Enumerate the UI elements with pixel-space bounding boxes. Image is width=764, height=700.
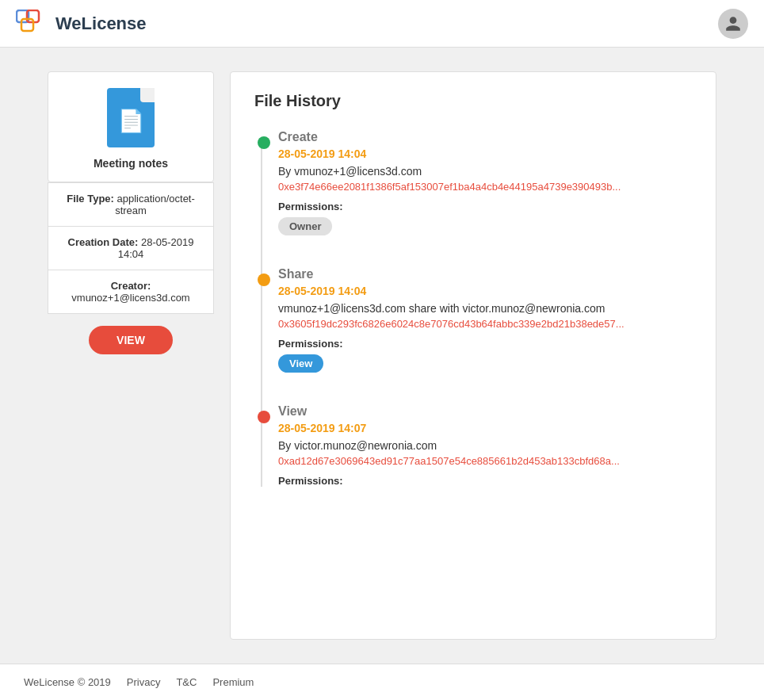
- footer: WeLicense © 2019 Privacy T&C Premium: [0, 664, 764, 700]
- user-avatar-button[interactable]: [718, 9, 748, 39]
- logo-area: WeLicense: [16, 10, 147, 38]
- event-by-share: vmunoz+1@licens3d.com share with victor.…: [278, 302, 692, 315]
- creation-date-section: Creation Date: 28-05-2019 14:04: [48, 226, 214, 270]
- event-date-share: 28-05-2019 14:04: [278, 285, 692, 297]
- event-type-create: Create: [278, 130, 692, 144]
- event-hash-create[interactable]: 0xe3f74e66ee2081f1386f5af153007ef1ba4a4c…: [278, 181, 692, 193]
- footer-premium-link[interactable]: Premium: [212, 676, 254, 688]
- footer-privacy-link[interactable]: Privacy: [127, 676, 161, 688]
- event-hash-view[interactable]: 0xad12d67e3069643ed91c77aa1507e54ce88566…: [278, 455, 692, 467]
- file-history-title: File History: [254, 92, 692, 110]
- view-button[interactable]: VIEW: [89, 326, 173, 354]
- event-permissions-label-share: Permissions:: [278, 338, 692, 350]
- file-type-label: File Type:: [67, 193, 114, 205]
- right-panel: File History Create 28-05-2019 14:04 By …: [230, 71, 716, 640]
- creator-section: Creator: vmunoz+1@licens3d.com: [48, 270, 214, 314]
- event-by-view: By victor.munoz@newronia.com: [278, 439, 692, 452]
- event-permissions-label-view: Permissions:: [278, 475, 692, 487]
- timeline-dot-create: [258, 136, 270, 149]
- logo-icon: [16, 10, 49, 38]
- file-type-section: File Type: application/octet-stream: [48, 182, 214, 226]
- permission-badge-owner: Owner: [278, 217, 332, 235]
- event-date-create: 28-05-2019 14:04: [278, 147, 692, 160]
- timeline-dot-view: [258, 411, 270, 423]
- timeline: Create 28-05-2019 14:04 By vmunoz+1@lice…: [254, 130, 692, 487]
- creation-date-label: Creation Date:: [68, 236, 139, 248]
- timeline-item-create: Create 28-05-2019 14:04 By vmunoz+1@lice…: [278, 130, 692, 235]
- event-type-share: Share: [278, 267, 692, 281]
- logo-text: WeLicense: [55, 13, 147, 34]
- creator-value: vmunoz+1@licens3d.com: [71, 292, 189, 304]
- footer-copyright: WeLicense © 2019: [24, 676, 111, 688]
- event-permissions-label-create: Permissions:: [278, 201, 692, 212]
- main-content: 📄 Meeting notes File Type: application/o…: [0, 48, 764, 664]
- event-by-create: By vmunoz+1@licens3d.com: [278, 165, 692, 178]
- creator-label: Creator:: [111, 280, 151, 292]
- event-hash-share[interactable]: 0x3605f19dc293fc6826e6024c8e7076cd43b64f…: [278, 318, 692, 330]
- event-type-view: View: [278, 404, 692, 419]
- permission-badge-view: View: [278, 354, 323, 373]
- file-type-value: application/octet-stream: [115, 193, 195, 216]
- timeline-item-view: View 28-05-2019 14:07 By victor.munoz@ne…: [278, 404, 692, 487]
- left-panel: 📄 Meeting notes File Type: application/o…: [48, 71, 214, 640]
- file-info-card: 📄 Meeting notes: [48, 71, 214, 182]
- header: WeLicense: [0, 0, 764, 48]
- timeline-dot-share: [258, 273, 270, 286]
- person-icon: [724, 15, 742, 33]
- file-icon: 📄: [107, 88, 155, 147]
- footer-tandc-link[interactable]: T&C: [176, 676, 197, 688]
- event-date-view: 28-05-2019 14:07: [278, 422, 692, 434]
- file-name: Meeting notes: [94, 157, 168, 170]
- timeline-item-share: Share 28-05-2019 14:04 vmunoz+1@licens3d…: [278, 267, 692, 373]
